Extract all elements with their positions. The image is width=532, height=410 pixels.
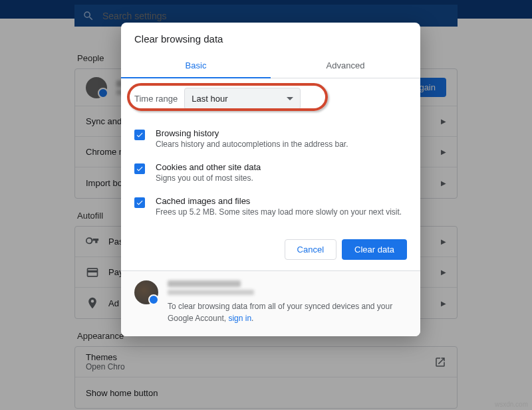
option-cookies[interactable]: Cookies and other site data Signs you ou… xyxy=(134,155,407,189)
checkbox-cookies[interactable] xyxy=(134,163,145,174)
time-range-value: Last hour xyxy=(192,94,227,104)
sign-in-link[interactable]: sign in xyxy=(228,314,251,323)
cancel-button[interactable]: Cancel xyxy=(285,239,336,260)
time-range-select[interactable]: Last hour xyxy=(184,88,301,110)
time-range-label: Time range xyxy=(134,94,178,104)
tab-basic[interactable]: Basic xyxy=(121,54,271,78)
clear-data-button[interactable]: Clear data xyxy=(342,239,407,260)
dropdown-icon xyxy=(287,96,293,102)
footer-avatar xyxy=(134,280,158,304)
watermark: wsxdn.com xyxy=(495,401,528,408)
clear-browsing-data-dialog: Clear browsing data Basic Advanced Time … xyxy=(121,23,420,336)
checkbox-browsing-history[interactable] xyxy=(134,130,145,140)
tab-advanced[interactable]: Advanced xyxy=(271,54,420,78)
option-cache[interactable]: Cached images and files Frees up 5.2 MB.… xyxy=(134,189,407,223)
option-browsing-history[interactable]: Browsing history Clears history and auto… xyxy=(134,122,407,155)
checkbox-cache[interactable] xyxy=(134,197,145,208)
dialog-title: Clear browsing data xyxy=(121,23,420,54)
footer-message: To clear browsing data from all of your … xyxy=(168,300,407,324)
